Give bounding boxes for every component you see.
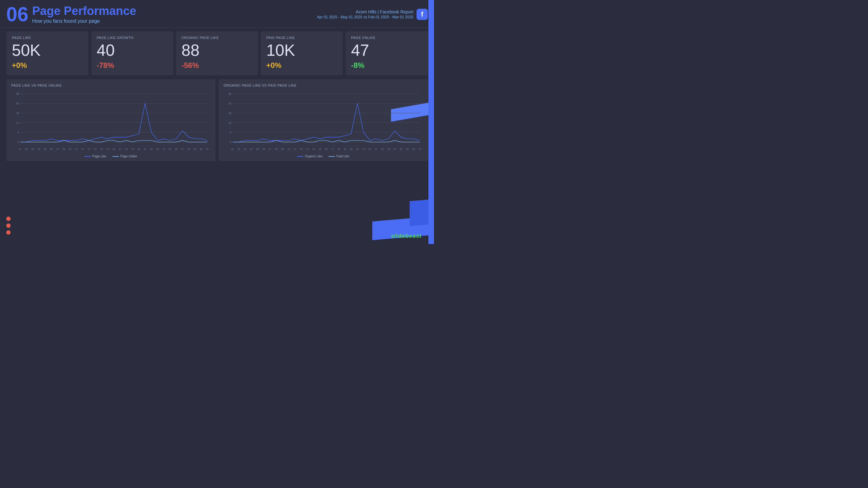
svg-text:15: 15 bbox=[106, 148, 109, 151]
svg-text:11: 11 bbox=[82, 148, 84, 151]
svg-text:25: 25 bbox=[381, 148, 384, 151]
facebook-icon: f bbox=[416, 9, 428, 20]
metric-change: +0% bbox=[12, 61, 83, 70]
svg-text:12: 12 bbox=[300, 148, 303, 151]
chart-right-area: 0612182430010203040506070809101112131415… bbox=[223, 90, 423, 152]
svg-text:09: 09 bbox=[69, 148, 72, 151]
page-subtitle: How you fans found your page bbox=[32, 19, 136, 24]
svg-text:27: 27 bbox=[394, 148, 396, 151]
metric-value: 88 bbox=[182, 41, 252, 59]
svg-text:29: 29 bbox=[406, 148, 409, 151]
svg-text:03: 03 bbox=[244, 148, 247, 151]
svg-text:04: 04 bbox=[250, 148, 253, 151]
metric-value: 50K bbox=[12, 41, 83, 59]
dot-3 bbox=[6, 230, 10, 235]
legend-item: Paid Like bbox=[329, 155, 349, 158]
svg-text:08: 08 bbox=[275, 148, 278, 151]
svg-text:11: 11 bbox=[294, 148, 297, 151]
metric-change: -56% bbox=[182, 61, 252, 70]
metric-change: +0% bbox=[266, 61, 337, 70]
metric-value: 10K bbox=[266, 41, 337, 59]
svg-text:19: 19 bbox=[131, 148, 134, 151]
chart-right-legend: Organic Like Paid Like bbox=[223, 155, 423, 158]
metric-value: 40 bbox=[97, 41, 168, 59]
svg-text:05: 05 bbox=[256, 148, 259, 151]
metric-value: 47 bbox=[351, 41, 422, 59]
dot-1 bbox=[6, 217, 10, 221]
dot-2 bbox=[6, 223, 10, 228]
svg-text:18: 18 bbox=[228, 111, 231, 115]
svg-text:18: 18 bbox=[337, 148, 340, 151]
svg-text:12: 12 bbox=[88, 148, 90, 151]
svg-text:06: 06 bbox=[50, 148, 53, 151]
metric-label: PAGE LIKE bbox=[12, 36, 83, 40]
svg-text:03: 03 bbox=[31, 148, 34, 151]
metrics-row: PAGE LIKE 50K +0% PAGE LIKE GROWTH 40 -7… bbox=[0, 28, 434, 79]
svg-text:22: 22 bbox=[150, 148, 153, 151]
svg-text:16: 16 bbox=[113, 148, 115, 151]
header-title-block: Page Performance How you fans found your… bbox=[32, 5, 136, 24]
deco-shape-3 bbox=[410, 199, 428, 226]
metric-label: PAGE UNLIKE bbox=[351, 36, 422, 40]
svg-text:30: 30 bbox=[228, 92, 231, 95]
svg-text:17: 17 bbox=[119, 148, 122, 151]
svg-text:14: 14 bbox=[100, 148, 103, 151]
svg-text:30: 30 bbox=[412, 148, 415, 151]
legend-item: Page Unlike bbox=[113, 155, 137, 158]
page-title: Page Performance bbox=[32, 5, 136, 18]
metric-card-page-like-growth: PAGE LIKE GROWTH 40 -78% bbox=[91, 31, 173, 75]
chart-right-title: ORGANIC PAGE LIKE VS PAID PAGE LIKE bbox=[223, 84, 423, 87]
svg-text:10: 10 bbox=[75, 148, 78, 151]
chart-organic-vs-paid: ORGANIC PAGE LIKE VS PAID PAGE LIKE 0612… bbox=[219, 79, 428, 161]
header: 06 Page Performance How you fans found y… bbox=[0, 0, 434, 28]
svg-text:15: 15 bbox=[319, 148, 321, 151]
svg-text:21: 21 bbox=[356, 148, 359, 151]
svg-text:26: 26 bbox=[387, 148, 390, 151]
svg-text:17: 17 bbox=[331, 148, 334, 151]
svg-text:31: 31 bbox=[206, 148, 209, 151]
svg-text:24: 24 bbox=[162, 148, 165, 151]
svg-text:28: 28 bbox=[187, 148, 190, 151]
svg-text:20: 20 bbox=[350, 148, 352, 151]
date-range: Apr 01 2025 - May 01 2025 vs Feb 01 2025… bbox=[317, 15, 413, 19]
svg-text:05: 05 bbox=[44, 148, 47, 151]
chart-left-legend: Page Like Page Unlike bbox=[11, 155, 211, 158]
svg-text:04: 04 bbox=[38, 148, 40, 151]
metric-card-page-unlike: PAGE UNLIKE 47 -8% bbox=[345, 31, 428, 75]
svg-text:06: 06 bbox=[262, 148, 265, 151]
svg-text:12: 12 bbox=[16, 121, 19, 124]
svg-text:29: 29 bbox=[194, 148, 196, 151]
svg-text:21: 21 bbox=[144, 148, 147, 151]
metric-label: ORGANIC PAGE LIKE bbox=[182, 36, 252, 40]
svg-text:08: 08 bbox=[63, 148, 65, 151]
svg-text:01: 01 bbox=[19, 148, 22, 151]
svg-text:10: 10 bbox=[287, 148, 290, 151]
chart-left-area: 0612182430010203040506070809101112131415… bbox=[11, 90, 211, 152]
page-number: 06 bbox=[6, 4, 28, 24]
svg-text:24: 24 bbox=[228, 102, 231, 105]
svg-text:28: 28 bbox=[400, 148, 403, 151]
svg-text:12: 12 bbox=[228, 121, 231, 124]
right-decoration bbox=[428, 0, 434, 244]
legend-item: Page Like bbox=[85, 155, 106, 158]
header-left: 06 Page Performance How you fans found y… bbox=[6, 4, 136, 24]
svg-text:18: 18 bbox=[16, 111, 19, 115]
svg-text:09: 09 bbox=[281, 148, 284, 151]
chart-page-like-vs-unlike: PAGE LIKE VS PAGE UNLIKE 061218243001020… bbox=[6, 79, 215, 161]
metric-change: -8% bbox=[351, 61, 422, 70]
svg-text:24: 24 bbox=[16, 102, 19, 105]
header-right-group: Acom Hills | Facebook Report Apr 01 2025… bbox=[317, 9, 428, 20]
svg-text:07: 07 bbox=[56, 148, 59, 151]
svg-text:6: 6 bbox=[18, 131, 19, 134]
svg-text:30: 30 bbox=[16, 92, 19, 95]
header-right: Acom Hills | Facebook Report Apr 01 2025… bbox=[317, 9, 413, 19]
svg-text:24: 24 bbox=[375, 148, 378, 151]
metric-label: PAID PAGE LIKE bbox=[266, 36, 337, 40]
svg-text:26: 26 bbox=[175, 148, 178, 151]
svg-text:22: 22 bbox=[362, 148, 365, 151]
brand-name: Acom Hills | Facebook Report bbox=[356, 9, 413, 14]
svg-text:0: 0 bbox=[18, 140, 19, 144]
svg-text:27: 27 bbox=[181, 148, 184, 151]
svg-text:13: 13 bbox=[306, 148, 309, 151]
svg-text:0: 0 bbox=[230, 140, 231, 144]
